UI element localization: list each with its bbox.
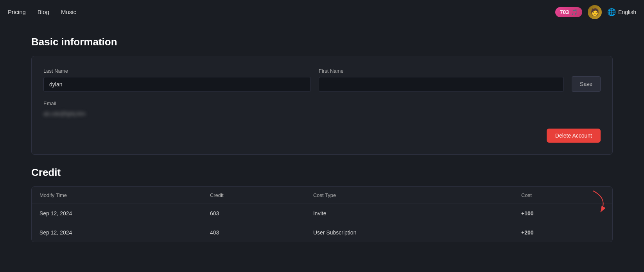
last-name-label: Last Name xyxy=(43,68,311,74)
save-button[interactable]: Save xyxy=(572,76,601,92)
first-name-label: First Name xyxy=(319,68,564,74)
credit-table: Modify Time Credit Cost Type Cost xyxy=(32,187,612,242)
email-section: Email ab.cde@fghij.klm xyxy=(43,100,601,121)
cell-credit: 403 xyxy=(202,223,305,242)
language-label: English xyxy=(618,9,636,15)
delete-account-button[interactable]: Delete Account xyxy=(547,129,601,143)
credit-section: Credit Modify Time Credit Cost Type Cost xyxy=(31,166,613,242)
music-note-icon: 🎵 xyxy=(571,9,578,15)
main-content: Basic information Last Name First Name S… xyxy=(0,24,644,254)
first-name-group: First Name xyxy=(319,68,564,92)
table-body: Sep 12, 2024 603 Invite +100 Sep 12, 202… xyxy=(32,204,612,242)
credit-table-container: Modify Time Credit Cost Type Cost xyxy=(31,186,613,242)
nav-links: Pricing Blog Music xyxy=(8,9,555,15)
basic-info-title: Basic information xyxy=(31,36,613,48)
delete-row: Delete Account xyxy=(43,129,601,143)
col-credit: Credit xyxy=(202,187,305,204)
last-name-group: Last Name xyxy=(43,68,311,92)
table-row: Sep 12, 2024 403 User Subscription +200 xyxy=(32,223,612,242)
globe-icon: 🌐 xyxy=(607,8,616,16)
name-row: Last Name First Name Save xyxy=(43,68,601,92)
cell-cost: +200 xyxy=(513,223,612,242)
credit-badge[interactable]: 703 🎵 xyxy=(555,7,582,17)
table-header: Modify Time Credit Cost Type Cost xyxy=(32,187,612,204)
col-cost-type: Cost Type xyxy=(305,187,513,204)
avatar-image: 🧑 xyxy=(590,8,599,16)
col-modify-time: Modify Time xyxy=(32,187,202,204)
first-name-input[interactable] xyxy=(319,77,564,92)
cell-credit: 603 xyxy=(202,204,305,223)
cell-cost-type: Invite xyxy=(305,204,513,223)
email-value: ab.cde@fghij.klm xyxy=(43,107,601,121)
language-button[interactable]: 🌐 English xyxy=(607,8,636,16)
nav-blog[interactable]: Blog xyxy=(38,9,49,15)
basic-info-card: Last Name First Name Save Email ab.cde@f… xyxy=(31,56,613,155)
table-header-row: Modify Time Credit Cost Type Cost xyxy=(32,187,612,204)
cell-modify-time: Sep 12, 2024 xyxy=(32,223,202,242)
nav-music[interactable]: Music xyxy=(61,9,76,15)
credit-value: 703 xyxy=(560,9,569,15)
cell-modify-time: Sep 12, 2024 xyxy=(32,204,202,223)
table-row: Sep 12, 2024 603 Invite +100 xyxy=(32,204,612,223)
credit-title: Credit xyxy=(31,166,613,179)
cell-cost-type: User Subscription xyxy=(305,223,513,242)
last-name-input[interactable] xyxy=(43,77,311,92)
nav-right: 703 🎵 🧑 🌐 English xyxy=(555,5,636,19)
avatar[interactable]: 🧑 xyxy=(588,5,602,19)
navbar: Pricing Blog Music 703 🎵 🧑 🌐 English xyxy=(0,0,644,24)
nav-pricing[interactable]: Pricing xyxy=(8,9,26,15)
col-cost: Cost xyxy=(513,187,612,204)
arrow-annotation xyxy=(585,191,613,214)
email-label: Email xyxy=(43,100,56,106)
